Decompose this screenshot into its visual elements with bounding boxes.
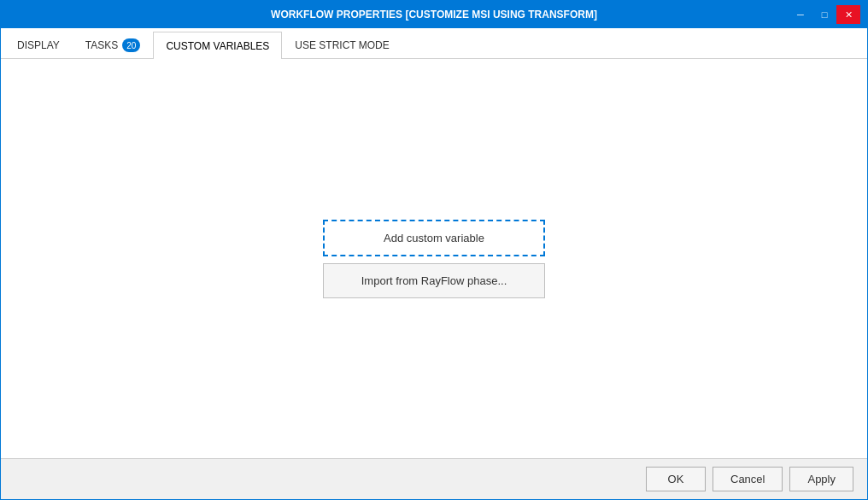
tab-bar: DISPLAY TASKS 20 CUSTOM VARIABLES USE ST… — [1, 28, 867, 59]
tab-use-strict-mode[interactable]: USE STRICT MODE — [282, 32, 402, 58]
apply-button[interactable]: Apply — [789, 467, 853, 491]
tab-custom-variables[interactable]: CUSTOM VARIABLES — [153, 32, 282, 59]
close-button[interactable]: ✕ — [836, 5, 860, 24]
tab-display[interactable]: DISPLAY — [4, 32, 73, 58]
main-window: WORKFLOW PROPERTIES [CUSTOMIZE MSI USING… — [0, 0, 868, 500]
tab-tasks[interactable]: TASKS 20 — [73, 32, 154, 58]
title-bar: WORKFLOW PROPERTIES [CUSTOMIZE MSI USING… — [1, 1, 867, 28]
action-buttons: Add custom variable Import from RayFlow … — [323, 220, 545, 298]
import-from-rayflow-button[interactable]: Import from RayFlow phase... — [323, 263, 545, 298]
add-custom-variable-button[interactable]: Add custom variable — [323, 220, 545, 256]
window-title: WORKFLOW PROPERTIES [CUSTOMIZE MSI USING… — [79, 9, 789, 21]
window-controls: ─ □ ✕ — [789, 5, 860, 24]
ok-button[interactable]: OK — [646, 467, 706, 491]
tasks-badge: 20 — [122, 38, 140, 52]
content-area: Add custom variable Import from RayFlow … — [1, 59, 867, 458]
maximize-button[interactable]: □ — [812, 5, 836, 24]
footer: OK Cancel Apply — [1, 458, 867, 499]
cancel-button[interactable]: Cancel — [713, 467, 783, 491]
minimize-button[interactable]: ─ — [789, 5, 812, 24]
